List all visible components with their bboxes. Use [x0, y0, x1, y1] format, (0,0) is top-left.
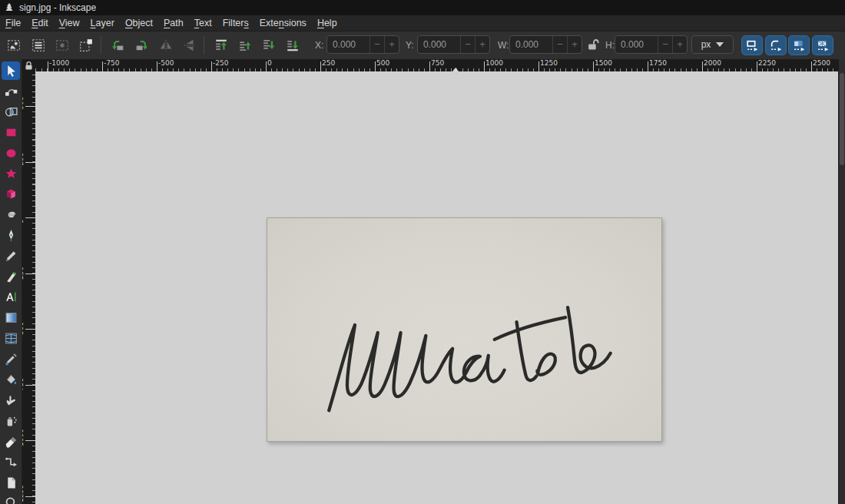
menu-help[interactable]: Help [312, 16, 343, 30]
move-gradients-toggle[interactable] [788, 35, 810, 55]
move-patterns-toggle[interactable] [812, 35, 833, 55]
ruler-label: 0 [22, 219, 25, 224]
lower-button[interactable] [258, 35, 279, 55]
lock-open-icon[interactable] [587, 38, 600, 51]
tool-shape-builder[interactable] [2, 103, 20, 121]
tool-selector[interactable] [2, 61, 20, 80]
x-label: X: [315, 40, 323, 51]
window-titlebar[interactable]: sign.jpg - Inkscape [0, 0, 845, 15]
tool-eraser[interactable] [2, 432, 20, 450]
tool-tweak[interactable] [2, 391, 20, 410]
guide-lock[interactable] [22, 59, 35, 71]
ruler-major-tick [102, 61, 103, 71]
y-input[interactable]: 0.000−+ [417, 35, 490, 54]
menu-filters[interactable]: Filters [217, 16, 254, 30]
menu-object[interactable]: Object [120, 16, 158, 30]
y-increment-button[interactable]: + [475, 36, 489, 53]
tool-text[interactable] [2, 288, 20, 307]
ruler-label: -1000 [49, 59, 69, 67]
rotate-cw-button[interactable] [131, 35, 152, 55]
ruler-label: -250 [22, 152, 25, 167]
menu-view[interactable]: View [54, 16, 85, 30]
tool-mesh-gradient[interactable] [2, 329, 20, 347]
vertical-ruler[interactable]: -500-250025050075010001250 [22, 71, 35, 504]
h-decrement-button[interactable]: − [658, 36, 672, 53]
w-increment-button[interactable]: + [567, 36, 582, 53]
scrollbar-thumb[interactable] [840, 73, 844, 165]
x-increment-button[interactable]: + [384, 36, 399, 53]
h-label: H: [605, 40, 615, 51]
tool-spiral[interactable] [2, 206, 20, 224]
menu-edit[interactable]: Edit [26, 16, 54, 30]
h-increment-button[interactable]: + [672, 36, 687, 53]
tool-ellipse[interactable] [2, 144, 20, 162]
ruler-label: 1750 [649, 59, 667, 67]
ruler-label: 750 [22, 377, 25, 390]
ruler-label: 1000 [22, 429, 25, 446]
menu-layer[interactable]: Layer [85, 16, 120, 30]
selection-box-button[interactable] [75, 35, 96, 55]
flip-vertical-button[interactable] [179, 35, 200, 55]
ruler-label: 1250 [22, 485, 25, 502]
tool-box-3d[interactable] [2, 185, 20, 204]
ruler-label: -250 [213, 59, 228, 67]
horizontal-ruler[interactable]: -1000-750-500-25002505007501000125015001… [35, 59, 838, 71]
rotate-ccw-button[interactable] [107, 35, 128, 55]
x-decrement-button[interactable]: − [369, 36, 384, 53]
tool-calligraphy[interactable] [2, 267, 20, 286]
ruler-label: -500 [22, 97, 25, 112]
ruler-label: 2250 [758, 59, 776, 67]
signature-image [267, 218, 661, 441]
deselect-button[interactable] [51, 35, 72, 55]
ruler-major-tick [375, 61, 376, 71]
ruler-major-tick [648, 61, 648, 71]
menu-text[interactable]: Text [189, 16, 217, 30]
image-object-sign-jpg[interactable] [267, 217, 662, 442]
select-toolbar: px X:0.000−+Y:0.000−+W:0.000−+H:0.000−+ [0, 32, 845, 60]
w-value: 0.000 [510, 39, 552, 50]
ruler-label: 1250 [540, 59, 558, 67]
ruler-label: 2000 [704, 59, 721, 67]
tool-pencil[interactable] [2, 247, 20, 265]
toolbar-separator [204, 36, 204, 55]
ruler-major-tick [25, 217, 35, 218]
lower-to-bottom-button[interactable] [282, 35, 303, 55]
scale-stroke-toggle[interactable] [741, 35, 763, 55]
y-label: Y: [406, 40, 414, 51]
unit-value: px [701, 39, 711, 50]
ruler-label: 250 [322, 59, 335, 67]
unit-dropdown[interactable]: px [691, 35, 734, 54]
menu-file[interactable]: File [0, 16, 26, 30]
tool-pages[interactable] [2, 473, 20, 492]
w-input[interactable]: 0.000−+ [509, 35, 582, 54]
tool-zoom[interactable] [2, 494, 20, 504]
ruler-label: 1000 [485, 59, 503, 67]
select-all-layers-button[interactable] [28, 35, 48, 55]
raise-button[interactable] [234, 35, 255, 55]
tool-connector[interactable] [2, 453, 20, 471]
tool-spray[interactable] [2, 412, 20, 430]
w-decrement-button[interactable]: − [552, 36, 567, 53]
ruler-major-tick [484, 61, 485, 71]
tool-paint-bucket[interactable] [2, 370, 20, 389]
vertical-scrollbar[interactable] [838, 59, 845, 504]
tool-dropper[interactable] [2, 350, 20, 368]
canvas[interactable] [35, 71, 838, 504]
menu-path[interactable]: Path [158, 16, 189, 30]
tool-node-editor[interactable] [2, 82, 20, 101]
tool-gradient[interactable] [2, 309, 20, 327]
flip-horizontal-button[interactable] [155, 35, 176, 55]
scale-rounded-corners-toggle[interactable] [765, 35, 787, 55]
ruler-major-tick [757, 61, 757, 71]
tool-pen[interactable] [2, 226, 20, 244]
h-input[interactable]: 0.000−+ [615, 35, 688, 54]
x-input[interactable]: 0.000−+ [326, 35, 399, 54]
raise-to-top-button[interactable] [210, 35, 231, 55]
window-title: sign.jpg - Inkscape [19, 2, 96, 13]
ruler-major-tick [48, 61, 48, 71]
menu-extensions[interactable]: Extensions [254, 16, 312, 30]
select-all-button[interactable] [3, 35, 24, 55]
y-decrement-button[interactable]: − [460, 36, 475, 53]
tool-star[interactable] [2, 164, 20, 183]
tool-rectangle[interactable] [2, 123, 20, 141]
